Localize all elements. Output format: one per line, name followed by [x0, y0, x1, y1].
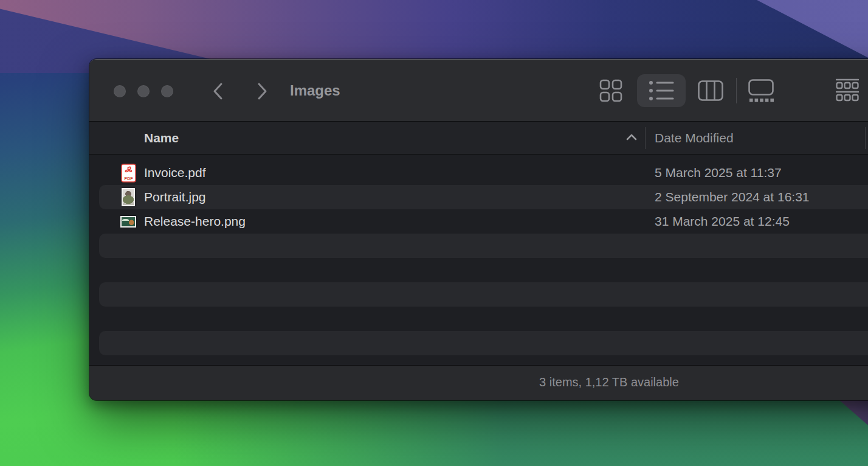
finder-toolbar: Images — [89, 60, 868, 122]
empty-row — [89, 331, 868, 355]
forward-button[interactable] — [255, 82, 269, 101]
wallpaper-bottom-right-wedge — [839, 400, 868, 425]
column-view-icon — [698, 80, 723, 101]
icon-view-button[interactable] — [594, 74, 628, 107]
group-by-icon — [836, 78, 859, 103]
file-date-modified: 5 March 2025 at 11:37 — [655, 165, 782, 180]
chevron-right-icon — [255, 82, 269, 101]
column-header-date-modified[interactable]: Date Modified — [655, 122, 734, 155]
gallery-view-button[interactable] — [744, 74, 778, 107]
zoom-button[interactable] — [161, 85, 173, 97]
file-name: Portrait.jpg — [144, 190, 206, 204]
list-view-button[interactable] — [637, 74, 686, 107]
file-row[interactable]: PDF Invoice.pdf 5 March 2025 at 11:37 — [89, 161, 868, 185]
grid-view-icon — [599, 79, 622, 102]
list-column-header: Name Date Modified — [89, 122, 868, 155]
status-bar-text: 3 items, 1,12 TB available — [539, 375, 679, 389]
empty-row — [89, 258, 868, 282]
file-row[interactable]: Portrait.jpg 2 September 2024 at 16:31 — [89, 185, 868, 209]
list-view-icon — [649, 80, 674, 101]
status-bar: 3 items, 1,12 TB available — [89, 365, 868, 400]
toolbar-separator — [736, 78, 737, 103]
close-button[interactable] — [114, 85, 126, 97]
empty-row — [89, 234, 868, 258]
file-date-modified: 31 March 2025 at 12:45 — [655, 214, 790, 229]
column-header-name[interactable]: Name — [144, 122, 179, 155]
column-view-button[interactable] — [694, 74, 728, 107]
svg-text:PDF: PDF — [124, 176, 133, 180]
portrait-photo-thumbnail-icon — [120, 188, 136, 206]
file-row[interactable]: Release-hero.png 31 March 2025 at 12:45 — [89, 209, 868, 234]
finder-window: Images — [89, 59, 868, 400]
file-name: Release-hero.png — [144, 214, 246, 229]
file-date-modified: 2 September 2024 at 16:31 — [655, 190, 810, 204]
file-list: PDF Invoice.pdf 5 March 2025 at 11:37 Po… — [89, 155, 868, 365]
minimize-button[interactable] — [137, 85, 150, 97]
column-resize-handle[interactable] — [645, 127, 646, 149]
pdf-file-icon: PDF — [120, 164, 136, 183]
gallery-view-icon — [748, 79, 774, 102]
file-name: Invoice.pdf — [144, 165, 206, 180]
chevron-left-icon — [211, 82, 226, 101]
column-resize-handle[interactable] — [865, 127, 866, 149]
traffic-light-buttons — [114, 85, 173, 97]
empty-row — [89, 307, 868, 331]
window-title: Images — [290, 60, 340, 121]
back-button[interactable] — [211, 82, 226, 101]
sort-ascending-icon[interactable] — [626, 133, 637, 141]
group-by-button[interactable] — [830, 74, 864, 107]
empty-row — [89, 282, 868, 307]
landscape-photo-thumbnail-icon — [120, 216, 136, 228]
